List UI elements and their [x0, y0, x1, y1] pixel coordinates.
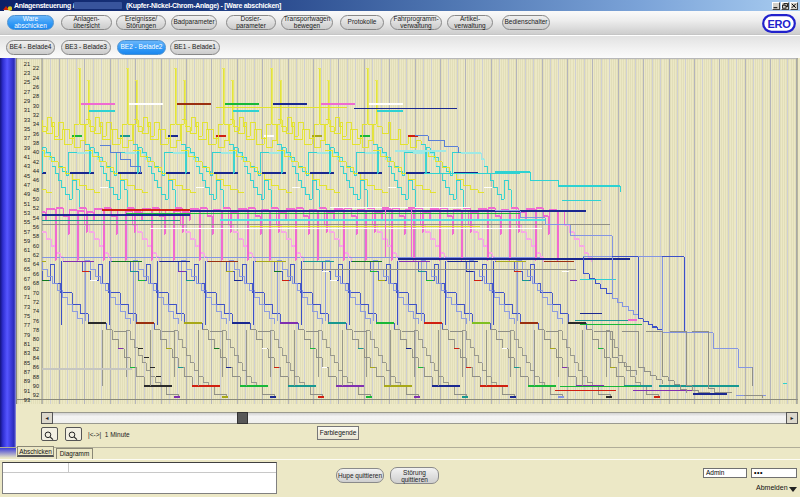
svg-text:45: 45 [24, 173, 30, 179]
svg-text:79: 79 [24, 332, 30, 338]
svg-text:37: 37 [24, 135, 30, 141]
svg-text:31: 31 [24, 107, 30, 113]
svg-text:26: 26 [33, 84, 39, 90]
svg-text:67: 67 [24, 276, 30, 282]
svg-text:92: 92 [33, 392, 39, 398]
svg-text:22: 22 [33, 65, 39, 71]
svg-text:89: 89 [24, 378, 30, 384]
svg-text:63: 63 [24, 257, 30, 263]
svg-text:65: 65 [24, 266, 30, 272]
svg-text:88: 88 [33, 374, 39, 380]
svg-text:44: 44 [33, 168, 39, 174]
svg-text:75: 75 [24, 313, 30, 319]
svg-text:81: 81 [24, 341, 30, 347]
svg-text:34: 34 [33, 121, 39, 127]
svg-text:38: 38 [33, 140, 39, 146]
svg-text:83: 83 [24, 350, 30, 356]
svg-text:28: 28 [33, 93, 39, 99]
svg-text:64: 64 [33, 261, 39, 267]
svg-text:46: 46 [33, 177, 39, 183]
svg-text:78: 78 [33, 327, 39, 333]
svg-text:84: 84 [33, 355, 39, 361]
svg-text:40: 40 [33, 149, 39, 155]
svg-text:48: 48 [33, 187, 39, 193]
svg-text:76: 76 [33, 318, 39, 324]
svg-text:72: 72 [33, 299, 39, 305]
svg-text:24: 24 [33, 75, 39, 81]
svg-text:68: 68 [33, 280, 39, 286]
svg-text:55: 55 [24, 219, 30, 225]
svg-text:35: 35 [24, 126, 30, 132]
svg-text:50: 50 [33, 196, 39, 202]
svg-text:42: 42 [33, 159, 39, 165]
svg-text:49: 49 [24, 191, 30, 197]
svg-text:90: 90 [33, 383, 39, 389]
svg-text:56: 56 [33, 224, 39, 230]
svg-text:52: 52 [33, 205, 39, 211]
svg-text:36: 36 [33, 131, 39, 137]
svg-text:77: 77 [24, 322, 30, 328]
svg-text:ERO: ERO [768, 18, 792, 30]
svg-text:62: 62 [33, 252, 39, 258]
svg-text:80: 80 [33, 336, 39, 342]
svg-text:91: 91 [24, 388, 30, 394]
svg-text:32: 32 [33, 112, 39, 118]
svg-text:60: 60 [33, 243, 39, 249]
svg-text:87: 87 [24, 369, 30, 375]
svg-text:21: 21 [24, 61, 30, 67]
svg-text:85: 85 [24, 360, 30, 366]
svg-text:43: 43 [24, 163, 30, 169]
svg-text:93: 93 [24, 397, 30, 403]
svg-text:29: 29 [24, 98, 30, 104]
svg-text:61: 61 [24, 247, 30, 253]
svg-text:39: 39 [24, 145, 30, 151]
svg-text:25: 25 [24, 79, 30, 85]
svg-text:66: 66 [33, 271, 39, 277]
svg-text:73: 73 [24, 304, 30, 310]
svg-text:51: 51 [24, 201, 30, 207]
svg-text:74: 74 [33, 308, 39, 314]
svg-text:54: 54 [33, 215, 39, 221]
svg-text:30: 30 [33, 103, 39, 109]
svg-text:23: 23 [24, 70, 30, 76]
svg-text:70: 70 [33, 290, 39, 296]
svg-text:71: 71 [24, 294, 30, 300]
svg-text:57: 57 [24, 229, 30, 235]
svg-text:53: 53 [24, 210, 30, 216]
svg-text:41: 41 [24, 154, 30, 160]
svg-text:58: 58 [33, 233, 39, 239]
svg-text:86: 86 [33, 364, 39, 370]
svg-text:47: 47 [24, 182, 30, 188]
svg-text:69: 69 [24, 285, 30, 291]
svg-text:27: 27 [24, 89, 30, 95]
svg-text:82: 82 [33, 346, 39, 352]
svg-text:33: 33 [24, 117, 30, 123]
svg-text:59: 59 [24, 238, 30, 244]
